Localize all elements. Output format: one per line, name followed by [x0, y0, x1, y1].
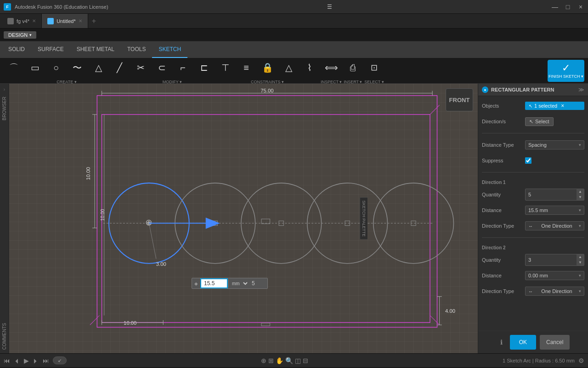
trim-tool[interactable]: ✂	[130, 57, 151, 79]
panel-toggle-arrow[interactable]: ›	[1, 86, 8, 93]
quantity1-up[interactable]: ▲	[577, 189, 584, 195]
tab-close-fg[interactable]: ✕	[32, 18, 36, 23]
info-button[interactable]: ℹ	[497, 335, 506, 350]
nav-tab-tools[interactable]: TOOLS	[121, 41, 152, 58]
constraint2-tool[interactable]: △	[278, 57, 299, 79]
panel-footer: ℹ OK Cancel	[478, 331, 588, 353]
measure-tool[interactable]: ⟺	[321, 57, 341, 79]
canvas-area[interactable]: 75.00 10.00 10.00 4.00 ⊕	[9, 84, 478, 353]
statusbar-center: ⊕ ⊞ ✋ 🔍 ◫ ⊟	[261, 357, 308, 364]
collinear-tool[interactable]: ≡	[236, 57, 256, 79]
comments-panel-label[interactable]: COMMENTS	[1, 319, 8, 353]
fillet-tool[interactable]: ⌐	[173, 57, 193, 79]
badge-cursor-icon: ↖	[529, 104, 532, 109]
spline-tool[interactable]: 〜	[67, 57, 87, 79]
grid-tool[interactable]: ⊞	[268, 357, 274, 364]
canvas-unit-dropdown[interactable]: mm in	[228, 280, 249, 288]
direction-type2-row: Direction Type ↔ One Direction	[482, 285, 584, 297]
title-bar-left: F Autodesk Fusion 360 (Education License…	[4, 3, 108, 11]
direction-type1-dropdown[interactable]: ↔ One Direction	[525, 221, 584, 230]
distance1-row: Distance 15.5 mm	[482, 204, 584, 216]
zoom-tool[interactable]: 🔍	[285, 357, 293, 364]
distance1-dropdown[interactable]: 15.5 mm	[525, 206, 584, 215]
arc-tool[interactable]: ⌒	[4, 57, 24, 79]
ok-button[interactable]: OK	[510, 335, 536, 350]
quantity2-input[interactable]: 3	[526, 256, 577, 264]
suppress-checkbox[interactable]	[525, 157, 531, 164]
badge-close-button[interactable]: ×	[561, 103, 564, 109]
select-group: ⊡ SELECT ▾	[364, 57, 384, 85]
finish-sketch-button[interactable]: ✓ FINISH SKETCH ▾	[548, 60, 584, 82]
suppress-label: Suppress	[482, 158, 523, 163]
quantity2-up[interactable]: ▲	[577, 254, 584, 260]
svg-line-37	[430, 316, 440, 325]
rect-tool[interactable]: ▭	[25, 57, 45, 79]
title-bar: F Autodesk Fusion 360 (Education License…	[0, 0, 588, 14]
view-cube[interactable]: FRONT	[446, 88, 473, 111]
lock-tool[interactable]: 🔒	[257, 57, 277, 79]
minimize-button[interactable]: —	[551, 3, 559, 11]
snap-tool[interactable]: ⊕	[261, 357, 266, 364]
panel-expand-button[interactable]: ≫	[578, 86, 584, 93]
nav-tab-sketch[interactable]: SKETCH	[152, 41, 187, 58]
canvas-quantity-input[interactable]: 5	[249, 279, 267, 288]
distance-type-dropdown[interactable]: Spacing	[525, 140, 584, 150]
nav-tab-solid[interactable]: SOLID	[2, 41, 31, 58]
distance-type-text: Spacing	[528, 142, 547, 148]
coincident-tool[interactable]: ⊤	[215, 57, 235, 79]
nav-tab-sheet-metal[interactable]: SHEET METAL	[70, 41, 121, 58]
close-button[interactable]: ×	[577, 3, 584, 11]
direction-type2-dropdown[interactable]: ↔ One Direction	[525, 287, 584, 296]
right-panel: ● RECTANGULAR PATTERN ≫ Objects ↖ 1 sele…	[478, 84, 588, 353]
select-btn-label: Select	[535, 119, 549, 124]
circle-tool[interactable]: ○	[46, 57, 66, 79]
offset-curve-tool[interactable]: ⊏	[194, 57, 214, 79]
fix-tool[interactable]: ⌇	[300, 57, 320, 79]
directions-row: Direction/s ↖ Select	[482, 115, 584, 127]
canvas-input-box[interactable]: ◈ 15.5 mm in 5	[192, 278, 268, 289]
playback-back-btn[interactable]: ⏴	[14, 357, 20, 364]
distance2-dropdown[interactable]: 0.00 mm	[525, 271, 584, 280]
nav-tab-surface[interactable]: SURFACE	[31, 41, 70, 58]
extend-tool[interactable]: ⊂	[152, 57, 172, 79]
direction1-section: Direction 1	[482, 180, 584, 185]
quantity2-down[interactable]: ▼	[577, 260, 584, 265]
sketch-palette-toggle[interactable]: SKETCH PALETTE	[360, 197, 368, 240]
quantity1-down[interactable]: ▼	[577, 195, 584, 200]
polygon-tool[interactable]: △	[88, 57, 108, 79]
display-tool[interactable]: ◫	[295, 357, 301, 364]
direction2-section: Direction 2	[482, 245, 584, 250]
suppress-row: Suppress	[482, 155, 584, 167]
select-tool[interactable]: ⊡	[364, 57, 384, 79]
insert-tool[interactable]: ⎙	[343, 57, 363, 79]
window-hamburger[interactable]: ☰	[327, 4, 332, 10]
new-tab-button[interactable]: +	[88, 17, 100, 25]
tab-fg[interactable]: fg v4* ✕	[2, 14, 42, 28]
select-direction-button[interactable]: ↖ Select	[525, 117, 554, 126]
quantity1-spinners: ▲ ▼	[577, 189, 584, 200]
quantity1-label: Quantity	[482, 192, 523, 197]
tab-untitled[interactable]: Untitled* ✕	[42, 14, 88, 28]
svg-line-36	[430, 105, 440, 115]
sketch-svg: 75.00 10.00 10.00 4.00 ⊕	[9, 84, 478, 353]
playback-next-btn[interactable]: ⏵	[33, 357, 39, 364]
tab-close-untitled[interactable]: ✕	[79, 18, 82, 23]
settings-button[interactable]: ⚙	[578, 357, 584, 364]
distance-type-row: Distance Type Spacing	[482, 139, 584, 151]
browser-panel-label[interactable]: BROWSER	[1, 93, 8, 124]
direction-type1-text: One Direction	[541, 223, 572, 229]
playback-prev-btn[interactable]: ⏮	[4, 357, 10, 364]
quantity1-input[interactable]: 5	[526, 190, 577, 199]
directions-value: ↖ Select	[525, 117, 584, 126]
maximize-button[interactable]: □	[564, 3, 571, 11]
playback-play-btn[interactable]: ▶	[24, 357, 29, 364]
canvas-distance-input[interactable]: 15.5	[200, 278, 228, 288]
svg-text:4.00: 4.00	[445, 308, 455, 314]
line-tool[interactable]: ╱	[109, 57, 130, 79]
playback-end-btn[interactable]: ⏭	[43, 357, 49, 364]
panel-title: RECTANGULAR PATTERN	[491, 87, 554, 92]
pan-tool[interactable]: ✋	[276, 357, 283, 364]
cancel-button[interactable]: Cancel	[540, 335, 570, 350]
design-mode-button[interactable]: DESIGN	[4, 31, 36, 39]
grid2-tool[interactable]: ⊟	[303, 357, 308, 364]
